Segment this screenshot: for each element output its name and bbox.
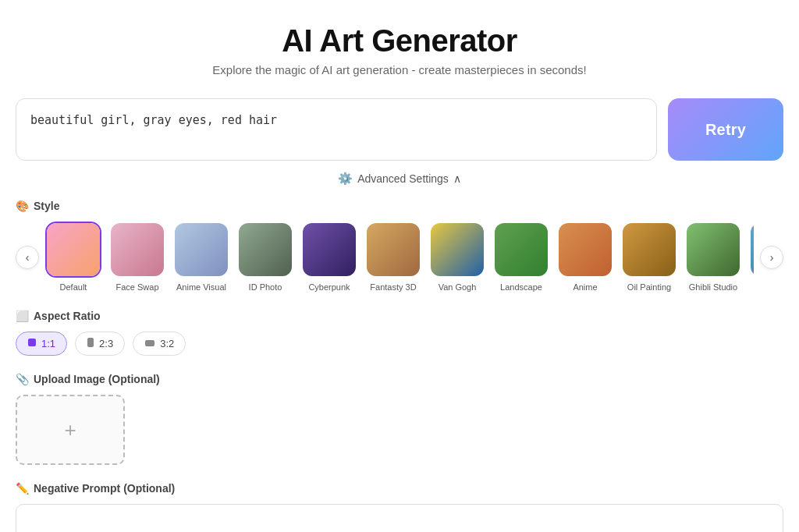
style-name-landscape: Landscape <box>500 282 542 293</box>
aspect-label-3:2: 3:2 <box>160 338 174 349</box>
style-item-id-photo[interactable]: ID Photo <box>237 222 293 293</box>
prompt-input[interactable]: beautiful girl, gray eyes, red hair <box>16 98 657 161</box>
style-name-oil-painting: Oil Painting <box>627 282 671 293</box>
upload-plus-icon: + <box>64 418 76 442</box>
negative-prompt-section: ✏️ Negative Prompt (Optional) <box>16 482 783 532</box>
negative-prompt-input[interactable] <box>16 504 783 532</box>
carousel-next-button[interactable]: › <box>760 246 783 269</box>
page-subtitle: Explore the magic of AI art generation -… <box>16 63 783 76</box>
upload-box[interactable]: + <box>16 395 125 465</box>
aspect-shape-icon-3:2 <box>144 338 155 349</box>
style-name-anime-visual: Anime Visual <box>176 282 226 293</box>
style-item-anime-visual[interactable]: Anime Visual <box>173 222 229 293</box>
style-carousel: DefaultFace SwapAnime VisualID PhotoCybe… <box>45 222 754 293</box>
aspect-ratio-label: ⬜ Aspect Ratio <box>16 310 783 322</box>
style-icon: 🎨 <box>16 200 29 212</box>
upload-icon: 📎 <box>16 373 29 385</box>
page-wrapper: AI Art Generator Explore the magic of AI… <box>0 0 799 532</box>
aspect-label-1:1: 1:1 <box>41 338 55 349</box>
style-name-ghibli: Ghibli Studio <box>689 282 737 293</box>
negative-prompt-label: ✏️ Negative Prompt (Optional) <box>16 482 783 495</box>
style-item-ghibli[interactable]: Ghibli Studio <box>685 222 741 293</box>
style-name-vangogh: Van Gogh <box>439 282 477 293</box>
retry-button[interactable]: Retry <box>668 98 783 161</box>
style-item-vangogh[interactable]: Van Gogh <box>429 222 485 293</box>
style-item-cartoon[interactable]: Cartoon <box>749 222 754 293</box>
upload-label: 📎 Upload Image (Optional) <box>16 373 783 385</box>
aspect-ratio-section: ⬜ Aspect Ratio 1:12:33:2 <box>16 310 783 356</box>
style-item-default[interactable]: Default <box>45 222 101 293</box>
page-title: AI Art Generator <box>16 23 783 59</box>
style-name-faceswap: Face Swap <box>115 282 158 293</box>
aspect-icon: ⬜ <box>16 310 29 322</box>
svg-rect-1 <box>87 338 94 347</box>
aspect-btn-2:3[interactable]: 2:3 <box>75 332 125 356</box>
aspect-label-2:3: 2:3 <box>99 338 113 349</box>
style-item-cyberpunk[interactable]: Cyberpunk <box>301 222 357 293</box>
aspect-btn-3:2[interactable]: 3:2 <box>133 332 186 356</box>
style-name-fantasy-3d: Fantasty 3D <box>370 282 416 293</box>
style-name-cyberpunk: Cyberpunk <box>308 282 350 293</box>
style-label: 🎨 Style <box>16 200 783 212</box>
aspect-options: 1:12:33:2 <box>16 332 783 356</box>
chevron-up-icon: ∧ <box>453 172 461 185</box>
style-item-landscape[interactable]: Landscape <box>493 222 549 293</box>
advanced-settings-label: Advanced Settings <box>357 172 449 185</box>
style-name-id-photo: ID Photo <box>249 282 282 293</box>
aspect-shape-icon-1:1 <box>27 338 37 349</box>
style-item-faceswap[interactable]: Face Swap <box>109 222 165 293</box>
style-carousel-wrapper: ‹ DefaultFace SwapAnime VisualID PhotoCy… <box>16 222 783 293</box>
prompt-row: beautiful girl, gray eyes, red hair Retr… <box>16 98 783 161</box>
svg-rect-0 <box>28 339 36 346</box>
aspect-shape-icon-2:3 <box>87 337 94 350</box>
upload-section: 📎 Upload Image (Optional) + <box>16 373 783 465</box>
svg-rect-2 <box>145 340 154 346</box>
gear-icon: ⚙️ <box>338 172 353 186</box>
carousel-prev-button[interactable]: ‹ <box>16 246 39 269</box>
style-item-anime[interactable]: Anime <box>557 222 613 293</box>
aspect-btn-1:1[interactable]: 1:1 <box>16 332 67 356</box>
style-name-anime: Anime <box>573 282 597 293</box>
advanced-settings-toggle[interactable]: ⚙️ Advanced Settings ∧ <box>16 172 783 186</box>
style-item-fantasy-3d[interactable]: Fantasty 3D <box>365 222 421 293</box>
style-name-default: Default <box>60 282 87 293</box>
pencil-icon: ✏️ <box>16 482 29 495</box>
style-section: 🎨 Style ‹ DefaultFace SwapAnime VisualID… <box>16 200 783 293</box>
style-item-oil-painting[interactable]: Oil Painting <box>621 222 677 293</box>
header: AI Art Generator Explore the magic of AI… <box>16 23 783 76</box>
